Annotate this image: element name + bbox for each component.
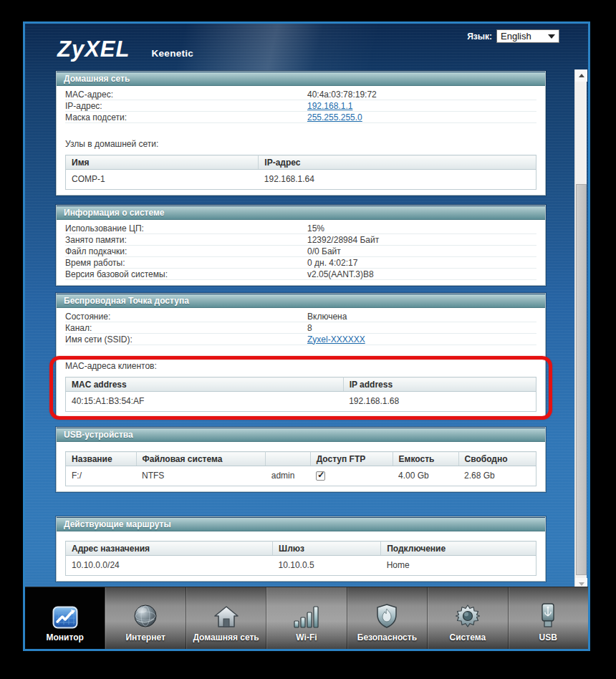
- table-row: 40:15:A1:B3:54:AF 192.168.1.68: [66, 392, 536, 412]
- language-row: Язык: English: [467, 29, 559, 43]
- info-label: Использование ЦП:: [65, 223, 307, 233]
- nav-tab-system[interactable]: Система: [427, 587, 507, 649]
- section-system-info: Информация о системе Использование ЦП: 1…: [56, 205, 546, 286]
- bottom-navigation: Монитор Интернет: [25, 587, 588, 649]
- nav-tab-usb[interactable]: USB: [508, 587, 588, 649]
- shield-icon: [374, 602, 400, 629]
- section-usb-devices: USB-устройства Название Файловая система…: [56, 427, 546, 492]
- nav-tab-security[interactable]: Безопасность: [347, 587, 427, 649]
- section-title-usb-devices: USB-устройства: [57, 428, 545, 442]
- gear-icon: [455, 602, 481, 629]
- usb-name-cell: F:/: [66, 466, 137, 486]
- arrow-down-icon: [579, 582, 584, 586]
- nav-tab-label: USB: [539, 632, 557, 642]
- column-header-mac-address: MAC address: [66, 377, 344, 392]
- nav-tab-label: Wi-Fi: [296, 632, 317, 642]
- column-header-capacity: Емкость: [393, 452, 458, 466]
- language-label: Язык:: [467, 32, 492, 42]
- usb-drive-icon: [539, 602, 557, 629]
- info-row-cpu: Использование ЦП: 15%: [65, 223, 536, 234]
- home-nodes-table: Имя IP-адрес COMP-1 192.168.1.64: [65, 155, 536, 190]
- scroll-up-button[interactable]: [575, 69, 587, 82]
- client-mac-cell: 40:15:A1:B3:54:AF: [66, 392, 344, 412]
- ssid-link[interactable]: Zyxel-XXXXXX: [307, 334, 365, 345]
- firmware-version-value: v2.05(AANT.3)B8: [307, 269, 536, 279]
- info-row-ip: IP-адрес: 192.168.1.1: [65, 100, 536, 112]
- nav-tab-home-network[interactable]: Домашняя сеть: [186, 587, 266, 649]
- node-name-cell: COMP-1: [66, 170, 259, 190]
- zyxel-logo: ZyXEL: [57, 37, 130, 62]
- scrollbar-thumb[interactable]: [576, 184, 587, 575]
- chevron-down-icon: [548, 34, 555, 39]
- nav-tab-label: Домашняя сеть: [193, 632, 259, 642]
- usb-ftp-cell: [310, 466, 393, 486]
- column-header-gateway: Шлюз: [273, 541, 381, 556]
- column-header-connection: Подключение: [381, 541, 536, 556]
- brand-area: ZyXEL Keenetic: [57, 37, 193, 62]
- nav-tab-internet[interactable]: Интернет: [105, 587, 185, 649]
- route-connection-cell: Home: [381, 556, 536, 576]
- section-wireless-ap: Беспроводная Точка доступа Состояние: Вк…: [56, 293, 546, 418]
- mac-clients-label: MAC-адреса клиентов:: [65, 361, 536, 371]
- column-header-usb-name: Название: [66, 452, 137, 466]
- nav-tab-wifi[interactable]: Wi-Fi: [266, 587, 346, 649]
- info-label: Версия базовой системы:: [65, 269, 307, 279]
- info-row-ssid: Имя сети (SSID): Zyxel-XXXXXX: [65, 334, 536, 345]
- channel-value: 8: [307, 323, 536, 333]
- info-label: MAC-адрес:: [65, 90, 307, 100]
- column-header-ip: IP-адрес: [259, 155, 536, 170]
- content-area: Домашняя сеть MAC-адрес: 40:4a:03:78:19:…: [56, 71, 546, 582]
- uptime-value: 0 дн. 4:02:17: [307, 258, 536, 268]
- nav-tab-label: Безопасность: [357, 632, 417, 642]
- info-label: Занято памяти:: [65, 235, 307, 245]
- info-label: Маска подсети:: [65, 112, 307, 122]
- router-admin-window: Язык: English ZyXEL Keenetic Домашняя се…: [23, 21, 590, 651]
- table-row: COMP-1 192.168.1.64: [66, 170, 536, 190]
- ip-address-link[interactable]: 192.168.1.1: [307, 101, 352, 111]
- language-selected-value: English: [501, 31, 531, 42]
- client-ip-cell: 192.168.1.68: [343, 392, 536, 412]
- info-row-firmware: Версия базовой системы: v2.05(AANT.3)B8: [65, 269, 536, 280]
- memory-usage-value: 12392/28984 Байт: [307, 235, 536, 245]
- routes-table: Адрес назначения Шлюз Подключение 10.10.…: [65, 541, 536, 576]
- table-row: 10.10.0.0/24 10.10.0.5 Home: [66, 556, 536, 576]
- column-header-ftp-access: Доступ FTP: [310, 452, 393, 466]
- nav-tab-label: Интернет: [125, 632, 165, 642]
- table-row: F:/ NTFS admin 4.00 Gb 2.68 Gb: [66, 466, 536, 486]
- mac-address-value: 40:4a:03:78:19:72: [307, 90, 536, 100]
- section-title-system-info: Информация о системе: [57, 206, 545, 220]
- nav-tab-monitor[interactable]: Монитор: [25, 587, 105, 649]
- column-header-empty: [266, 452, 310, 466]
- column-header-free: Свободно: [458, 452, 536, 466]
- usb-capacity-cell: 4.00 Gb: [393, 466, 458, 486]
- ap-state-value: Включена: [307, 312, 536, 322]
- column-header-name: Имя: [66, 155, 259, 170]
- language-select[interactable]: English: [496, 29, 559, 43]
- monitor-chart-icon: [52, 602, 78, 629]
- route-destination-cell: 10.10.0.0/24: [66, 556, 273, 576]
- nodes-list-label: Узлы в домашней сети:: [65, 139, 536, 149]
- info-label: Канал:: [65, 323, 307, 333]
- section-title-wireless-ap: Беспроводная Точка доступа: [57, 294, 545, 308]
- info-row-channel: Канал: 8: [65, 322, 536, 334]
- info-label: Имя сети (SSID):: [65, 334, 307, 345]
- section-title-home-network: Домашняя сеть: [57, 72, 545, 86]
- home-icon: [213, 602, 240, 629]
- subnet-mask-link[interactable]: 255.255.255.0: [307, 112, 362, 122]
- vertical-scrollbar[interactable]: [574, 69, 587, 590]
- usb-fs-cell: NTFS: [136, 466, 266, 486]
- product-name: Keenetic: [151, 48, 193, 59]
- info-row-state: Состояние: Включена: [65, 311, 536, 322]
- info-label: Состояние:: [65, 312, 307, 322]
- column-header-filesystem: Файловая система: [136, 452, 266, 466]
- arrow-up-icon: [579, 74, 584, 77]
- info-row-memory: Занято памяти: 12392/28984 Байт: [65, 234, 536, 246]
- info-row-uptime: Время работы: 0 дн. 4:02:17: [65, 257, 536, 269]
- section-title-active-routes: Действующие маршруты: [57, 517, 545, 531]
- nav-tab-label: Монитор: [47, 632, 84, 642]
- usb-devices-table: Название Файловая система Доступ FTP Емк…: [65, 451, 536, 486]
- signal-bars-icon: [292, 602, 321, 629]
- ftp-access-checkbox[interactable]: [316, 471, 325, 481]
- section-active-routes: Действующие маршруты Адрес назначения Шл…: [56, 516, 546, 582]
- column-header-ip-address: IP address: [343, 377, 536, 392]
